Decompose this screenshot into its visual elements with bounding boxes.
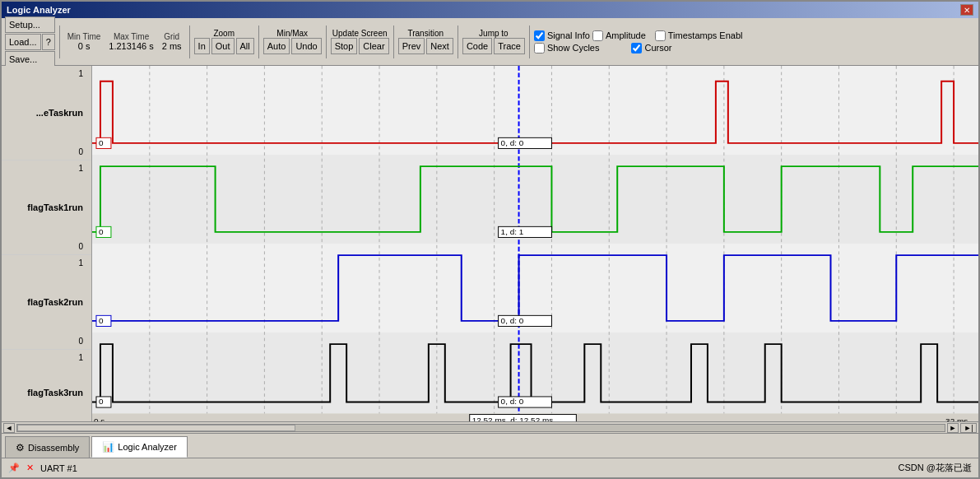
scale-top-2: 1 xyxy=(5,258,86,267)
scroll-thumb[interactable] xyxy=(17,425,295,431)
update-section: Update Screen Stop Clear xyxy=(331,29,389,54)
help-button[interactable]: ? xyxy=(42,34,55,50)
signal-info-checkbox[interactable] xyxy=(534,30,545,41)
svg-text:0: 0 xyxy=(99,316,104,325)
svg-text:0: 0 xyxy=(99,138,104,147)
waveform-area: 1 ...eTaskrun 0 1 flagTask1run 0 1 flagT… xyxy=(2,66,978,421)
status-right: CSDN @花落已逝 xyxy=(899,462,972,474)
labels-panel: 1 ...eTaskrun 0 1 flagTask1run 0 1 flagT… xyxy=(2,66,92,421)
sep3 xyxy=(258,26,259,58)
zoom-section: Zoom In Out All xyxy=(194,29,254,54)
grid-label: Grid xyxy=(164,32,179,41)
jumpto-section: Jump to Code Trace xyxy=(462,29,525,54)
transition-buttons: Prev Next xyxy=(398,38,453,54)
minmax-label: Min/Max xyxy=(263,29,322,38)
toolbar: Setup... Load... ? Save... Min Time 0 s … xyxy=(2,18,978,66)
svg-text:0: 0 xyxy=(99,398,104,407)
signal-name-0: ...eTaskrun xyxy=(5,108,86,118)
zoom-buttons: In Out All xyxy=(194,38,254,54)
svg-text:32 ms: 32 ms xyxy=(945,416,968,421)
signal-name-1: flagTask1run xyxy=(5,202,86,212)
signal-label-3: 1 flagTask3run 0 xyxy=(2,350,91,421)
svg-text:0,  d: 0: 0, d: 0 xyxy=(501,138,524,147)
scale-bottom-1: 0 xyxy=(5,242,86,251)
svg-text:12.52 ms,  d: 12.52 ms: 12.52 ms, d: 12.52 ms xyxy=(472,416,554,421)
sep4 xyxy=(326,26,327,58)
uart-label: UART #1 xyxy=(40,463,77,473)
svg-text:1,  d: 1: 1, d: 1 xyxy=(501,227,524,236)
close-button[interactable]: ✕ xyxy=(960,4,973,16)
svg-text:0: 0 xyxy=(99,227,104,236)
waveform-svg: 0 0, d: 0 0 1, d: 1 0 xyxy=(92,66,978,421)
wave-panel[interactable]: 0 0, d: 0 0 1, d: 1 0 xyxy=(92,66,978,421)
zoom-all-button[interactable]: All xyxy=(236,38,254,54)
scroll-end-button[interactable]: ►| xyxy=(960,423,977,433)
cursor-label: Cursor xyxy=(644,43,671,53)
sep1 xyxy=(59,26,60,58)
timestamps-checkbox[interactable] xyxy=(655,30,666,41)
csdn-label: CSDN @花落已逝 xyxy=(899,463,972,472)
show-cycles-checkbox[interactable] xyxy=(534,43,545,53)
prev-button[interactable]: Prev xyxy=(398,38,425,54)
signal-info-row: Signal Info Amplitude Timestamps Enabl xyxy=(534,30,743,41)
cursor-checkbox[interactable] xyxy=(631,43,642,53)
file-buttons: Setup... Load... ? Save... xyxy=(5,16,55,67)
scroll-right-button[interactable]: ► xyxy=(947,423,959,433)
scroll-left-button[interactable]: ◄ xyxy=(3,423,15,433)
disassembly-icon: ⚙ xyxy=(16,442,25,453)
title-bar: Logic Analyzer ✕ xyxy=(2,2,978,18)
window-title: Logic Analyzer xyxy=(7,5,71,15)
save-button[interactable]: Save... xyxy=(5,51,55,67)
amplitude-checkbox[interactable] xyxy=(592,30,603,41)
main-window: Logic Analyzer ✕ Setup... Load... ? Save… xyxy=(0,0,980,479)
signal-label-0: 1 ...eTaskrun 0 xyxy=(2,66,91,160)
scale-bottom-2: 0 xyxy=(5,337,86,346)
scroll-track[interactable] xyxy=(16,424,945,432)
status-bar: 📌 ✕ UART #1 CSDN @花落已逝 xyxy=(2,458,978,477)
zoom-in-button[interactable]: In xyxy=(194,38,210,54)
status-left: 📌 ✕ UART #1 xyxy=(8,463,77,473)
min-time-group: Min Time 0 s xyxy=(67,32,101,51)
stop-button[interactable]: Stop xyxy=(331,38,358,54)
close-status-icon[interactable]: ✕ xyxy=(26,463,34,473)
clear-button[interactable]: Clear xyxy=(359,38,388,54)
minmax-buttons: Auto Undo xyxy=(263,38,322,54)
svg-text:0 s: 0 s xyxy=(94,416,105,421)
tab-disassembly-label: Disassembly xyxy=(28,443,79,453)
tab-logic-analyzer[interactable]: 📊 Logic Analyzer xyxy=(91,436,188,458)
auto-button[interactable]: Auto xyxy=(263,38,290,54)
scale-top-1: 1 xyxy=(5,164,86,173)
max-time-value: 1.213146 s xyxy=(109,41,153,51)
scale-top-3: 1 xyxy=(5,353,86,362)
undo-button[interactable]: Undo xyxy=(291,38,321,54)
scrollbar-h: ◄ ► ►| xyxy=(2,421,978,433)
tab-bar: ⚙ Disassembly 📊 Logic Analyzer xyxy=(2,433,978,458)
max-time-group: Max Time 1.213146 s xyxy=(109,32,153,51)
show-cycles-row: Show Cycles Cursor xyxy=(534,43,743,53)
signal-label-1: 1 flagTask1run 0 xyxy=(2,160,91,255)
zoom-out-button[interactable]: Out xyxy=(211,38,235,54)
min-time-label: Min Time xyxy=(67,32,101,41)
next-button[interactable]: Next xyxy=(426,38,453,54)
transition-section: Transition Prev Next xyxy=(398,29,453,54)
scale-top-0: 1 xyxy=(5,69,86,78)
checkboxes-panel: Signal Info Amplitude Timestamps Enabl S… xyxy=(534,30,743,53)
signal-name-3: flagTask3run xyxy=(5,388,86,398)
tab-disassembly[interactable]: ⚙ Disassembly xyxy=(5,436,90,458)
sep6 xyxy=(457,26,458,58)
transition-label: Transition xyxy=(398,29,453,38)
code-button[interactable]: Code xyxy=(462,38,492,54)
scale-bottom-0: 0 xyxy=(5,147,86,156)
svg-text:0,  d: 0: 0, d: 0 xyxy=(501,398,524,407)
tab-logic-analyzer-label: Logic Analyzer xyxy=(118,442,177,452)
trace-button[interactable]: Trace xyxy=(494,38,525,54)
show-cycles-label: Show Cycles xyxy=(547,43,600,53)
chart-icon: 📊 xyxy=(102,441,114,453)
minmax-section: Min/Max Auto Undo xyxy=(263,29,322,54)
update-buttons: Stop Clear xyxy=(331,38,389,54)
jumpto-buttons: Code Trace xyxy=(462,38,525,54)
setup-button[interactable]: Setup... xyxy=(5,16,55,33)
update-label: Update Screen xyxy=(331,29,389,38)
sep2 xyxy=(189,26,190,58)
load-button[interactable]: Load... xyxy=(5,34,41,50)
